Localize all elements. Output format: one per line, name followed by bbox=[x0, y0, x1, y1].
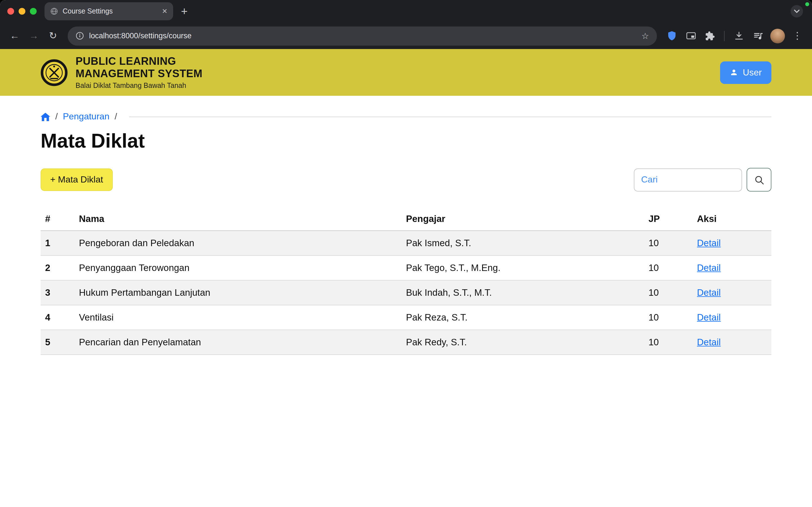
new-tab-button[interactable]: + bbox=[181, 6, 188, 17]
downloads-icon[interactable] bbox=[730, 27, 748, 45]
search-button[interactable] bbox=[747, 168, 771, 191]
jp-value: 10 bbox=[644, 231, 693, 256]
add-mata-diklat-button[interactable]: + Mata Diklat bbox=[41, 168, 113, 191]
minimize-window-button[interactable] bbox=[18, 8, 26, 15]
jp-value: 10 bbox=[644, 256, 693, 280]
breadcrumb-separator: / bbox=[55, 112, 58, 122]
url-text: localhost:8000/settings/course bbox=[89, 32, 192, 40]
search-group bbox=[634, 168, 771, 191]
column-header-num: # bbox=[41, 207, 74, 231]
brand-title-line1: PUBLIC LEARNING bbox=[75, 55, 202, 68]
instructor-name: Pak Tego, S.T., M.Eng. bbox=[402, 256, 644, 280]
table-row: 5 Pencarian dan Penyelamatan Pak Redy, S… bbox=[41, 330, 771, 355]
instructor-name: Pak Reza, S.T. bbox=[402, 305, 644, 330]
page-title: Mata Diklat bbox=[41, 129, 771, 152]
courses-table: # Nama Pengajar JP Aksi 1 Pengeboran dan… bbox=[41, 207, 771, 355]
breadcrumb-separator: / bbox=[114, 112, 117, 122]
detail-link[interactable]: Detail bbox=[697, 312, 721, 322]
globe-favicon-icon bbox=[50, 7, 58, 15]
row-number: 5 bbox=[41, 330, 74, 355]
breadcrumb-rule bbox=[129, 116, 771, 117]
app-header: PUBLIC LEARNING MANAGEMENT SYSTEM Balai … bbox=[0, 49, 812, 96]
picture-in-picture-icon[interactable] bbox=[682, 27, 700, 45]
tab-strip: Course Settings ✕ + bbox=[0, 0, 812, 22]
table-header-row: # Nama Pengajar JP Aksi bbox=[41, 207, 771, 231]
adblock-shield-icon[interactable] bbox=[663, 27, 680, 45]
home-icon[interactable] bbox=[41, 112, 50, 121]
column-header-jp: JP bbox=[644, 207, 693, 231]
jp-value: 10 bbox=[644, 330, 693, 355]
row-number: 4 bbox=[41, 305, 74, 330]
instructor-name: Buk Indah, S.T., M.T. bbox=[402, 280, 644, 305]
tab-title: Course Settings bbox=[63, 7, 157, 15]
extensions-puzzle-icon[interactable] bbox=[701, 27, 719, 45]
table-row: 1 Pengeboran dan Peledakan Pak Ismed, S.… bbox=[41, 231, 771, 256]
user-button[interactable]: User bbox=[720, 61, 771, 83]
jp-value: 10 bbox=[644, 280, 693, 305]
url-bar[interactable]: localhost:8000/settings/course ☆ bbox=[68, 26, 657, 45]
bookmark-star-icon[interactable]: ☆ bbox=[642, 31, 649, 41]
row-number: 3 bbox=[41, 280, 74, 305]
browser-toolbar: ← → ↻ localhost:8000/settings/course ☆ ⋮ bbox=[0, 22, 812, 49]
tab-close-icon[interactable]: ✕ bbox=[162, 8, 167, 15]
user-icon bbox=[730, 68, 738, 76]
instructor-name: Pak Ismed, S.T. bbox=[402, 231, 644, 256]
brand-subtitle: Balai Diklat Tambang Bawah Tanah bbox=[75, 81, 202, 89]
table-row: 4 Ventilasi Pak Reza, S.T. 10 Detail bbox=[41, 305, 771, 330]
row-number: 2 bbox=[41, 256, 74, 280]
green-status-dot bbox=[805, 2, 809, 6]
jp-value: 10 bbox=[644, 305, 693, 330]
course-name: Penyanggaan Terowongan bbox=[74, 256, 402, 280]
detail-link[interactable]: Detail bbox=[697, 263, 721, 273]
column-header-aksi: Aksi bbox=[693, 207, 771, 231]
org-logo bbox=[41, 59, 68, 86]
brand-block: PUBLIC LEARNING MANAGEMENT SYSTEM Balai … bbox=[75, 55, 202, 90]
detail-link[interactable]: Detail bbox=[697, 287, 721, 297]
brand-title-line2: MANAGEMENT SYSTEM bbox=[75, 68, 202, 80]
forward-icon[interactable]: → bbox=[25, 27, 43, 45]
media-controls-icon[interactable] bbox=[749, 27, 767, 45]
user-button-label: User bbox=[743, 67, 762, 77]
detail-link[interactable]: Detail bbox=[697, 337, 721, 347]
course-name: Pencarian dan Penyelamatan bbox=[74, 330, 402, 355]
browser-tab[interactable]: Course Settings ✕ bbox=[45, 2, 173, 20]
back-icon[interactable]: ← bbox=[6, 27, 24, 45]
window-controls bbox=[7, 8, 37, 15]
row-number: 1 bbox=[41, 231, 74, 256]
column-header-pengajar: Pengajar bbox=[402, 207, 644, 231]
table-row: 3 Hukum Pertambangan Lanjutan Buk Indah,… bbox=[41, 280, 771, 305]
browser-menu-icon[interactable]: ⋮ bbox=[788, 27, 806, 45]
tab-search-chevron-icon[interactable] bbox=[791, 5, 803, 17]
course-name: Pengeboran dan Peledakan bbox=[74, 231, 402, 256]
breadcrumb: / Pengaturan / bbox=[41, 112, 771, 122]
search-input[interactable] bbox=[634, 168, 742, 191]
reload-icon[interactable]: ↻ bbox=[44, 27, 62, 45]
search-icon bbox=[754, 174, 764, 185]
course-name: Hukum Pertambangan Lanjutan bbox=[74, 280, 402, 305]
toolbar-divider bbox=[724, 31, 725, 41]
column-header-nama: Nama bbox=[74, 207, 402, 231]
controls-row: + Mata Diklat bbox=[41, 168, 771, 191]
zoom-window-button[interactable] bbox=[30, 8, 37, 15]
breadcrumb-link-pengaturan[interactable]: Pengaturan bbox=[63, 112, 109, 122]
course-name: Ventilasi bbox=[74, 305, 402, 330]
table-row: 2 Penyanggaan Terowongan Pak Tego, S.T.,… bbox=[41, 256, 771, 280]
close-window-button[interactable] bbox=[7, 8, 14, 15]
site-info-icon[interactable] bbox=[75, 32, 84, 40]
page-content: / Pengaturan / Mata Diklat + Mata Diklat bbox=[0, 96, 812, 355]
detail-link[interactable]: Detail bbox=[697, 238, 721, 248]
profile-avatar[interactable] bbox=[770, 29, 785, 43]
browser-window: Course Settings ✕ + ← → ↻ localhost:8000… bbox=[0, 0, 812, 507]
instructor-name: Pak Redy, S.T. bbox=[402, 330, 644, 355]
